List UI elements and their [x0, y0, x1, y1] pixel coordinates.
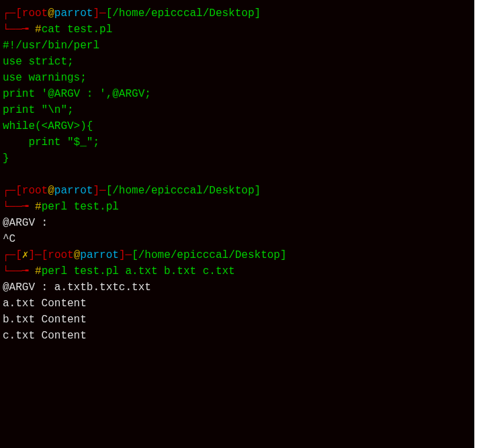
file-line-10: print "$_"; [3, 134, 472, 150]
prompt-user: root [48, 249, 73, 261]
prompt-bracket: ┌─ [3, 249, 15, 261]
prompt-bracket-bottom: └──╼ [3, 201, 35, 213]
file-line-9: while(<ARGV>){ [3, 118, 472, 134]
prompt-user-open: [ [15, 185, 22, 197]
prompt-user-close: ] [93, 7, 99, 19]
prompt-bracket-bottom: └──╼ [3, 24, 35, 36]
prompt-hash: # [35, 265, 42, 277]
output-3-line-4: c.txt Content [3, 328, 472, 344]
prompt-user-open: [ [15, 7, 22, 19]
command-text[interactable]: cat test.pl [42, 24, 113, 36]
file-line-1: #!/usr/bin/perl [3, 38, 472, 54]
prompt-bracket-bottom: └──╼ [3, 265, 35, 277]
status-close: ] [28, 249, 35, 261]
prompt-path-close: ] [280, 249, 287, 261]
file-line-7: print "\n"; [3, 102, 472, 118]
prompt-dash: ─ [99, 185, 106, 197]
prompt-at: @ [74, 249, 81, 261]
file-line-4: use warnings; [3, 70, 472, 86]
file-line-6: print '@ARGV : ',@ARGV; [3, 86, 472, 102]
prompt-user: root [22, 7, 48, 19]
prompt-host: parrot [54, 7, 93, 19]
prompt-1-bottom[interactable]: └──╼ #cat test.pl [3, 21, 472, 38]
prompt-path-close: ] [255, 7, 261, 19]
prompt-user-close: ] [119, 249, 126, 261]
prompt-path-open: [ [106, 185, 113, 197]
prompt-path: /home/epicccal/Desktop [138, 249, 280, 261]
output-3-line-3: b.txt Content [3, 312, 472, 328]
output-2-line-2: ^C [3, 231, 472, 247]
command-text[interactable]: perl test.pl a.txt b.txt c.txt [42, 265, 235, 277]
output-2-line-1: @ARGV : [3, 215, 472, 231]
prompt-path: /home/epicccal/Desktop [112, 185, 254, 197]
prompt-hash: # [35, 201, 42, 213]
prompt-path: /home/epicccal/Desktop [112, 7, 254, 19]
prompt-path-open: [ [106, 7, 113, 19]
prompt-3-top: ┌─[✗]─[root@parrot]─[/home/epicccal/Desk… [3, 247, 472, 263]
prompt-dash: ─ [99, 7, 106, 19]
command-text[interactable]: perl test.pl [42, 201, 119, 213]
blank-line [3, 167, 472, 183]
prompt-user-close: ] [93, 185, 99, 197]
prompt-user: root [22, 185, 48, 197]
prompt-2-top: ┌─[root@parrot]─[/home/epicccal/Desktop] [3, 183, 472, 199]
status-open: [ [15, 249, 22, 261]
file-line-3: use strict; [3, 54, 472, 70]
status-x-icon: ✗ [22, 249, 29, 261]
prompt-at: @ [48, 7, 54, 19]
prompt-dash: ─ [35, 249, 42, 261]
prompt-path-open: [ [132, 249, 138, 261]
prompt-path-close: ] [255, 185, 261, 197]
prompt-3-bottom[interactable]: └──╼ #perl test.pl a.txt b.txt c.txt [3, 263, 472, 279]
prompt-1-top: ┌─[root@parrot]─[/home/epicccal/Desktop] [3, 5, 472, 21]
prompt-host: parrot [54, 185, 93, 197]
prompt-dash: ─ [126, 249, 132, 261]
prompt-bracket: ┌─ [3, 185, 15, 197]
prompt-hash: # [35, 24, 42, 36]
prompt-user-open: [ [42, 249, 48, 261]
output-3-line-2: a.txt Content [3, 296, 472, 312]
prompt-bracket: ┌─ [3, 7, 15, 19]
prompt-2-bottom[interactable]: └──╼ #perl test.pl [3, 199, 472, 215]
file-line-11: } [3, 150, 472, 167]
output-3-line-1: @ARGV : a.txtb.txtc.txt [3, 279, 472, 296]
prompt-host: parrot [80, 249, 119, 261]
prompt-at: @ [48, 185, 54, 197]
